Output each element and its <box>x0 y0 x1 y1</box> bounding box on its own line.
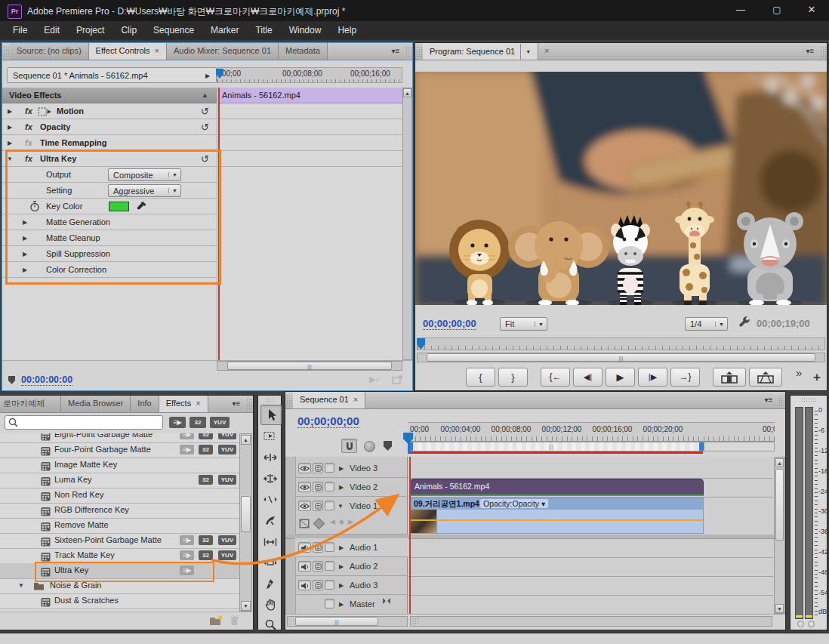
fit-dropdown[interactable]: Fit▼ <box>500 317 547 331</box>
group-row-spill-suppression[interactable]: ▶ Spill Suppression <box>2 246 217 262</box>
tab-program[interactable]: Program: Sequence 01 ▼ <box>423 43 538 60</box>
twirl-icon[interactable]: ▶ <box>339 479 344 495</box>
effect-row-time-remapping[interactable]: ▶ fx Time Remapping <box>2 135 217 151</box>
effect-item[interactable]: Non Red Key <box>0 488 252 504</box>
effect-item[interactable]: RGB Difference Key <box>0 503 252 519</box>
twirl-icon[interactable]: ▶ <box>339 559 344 575</box>
clip-animals-video2[interactable]: Animals - 56162.mp4 <box>410 479 704 496</box>
track-lock-toggle[interactable] <box>325 580 334 590</box>
slip-tool[interactable] <box>260 532 280 551</box>
sync-lock-button[interactable] <box>313 482 323 492</box>
menu-marker[interactable]: Marker <box>202 21 247 40</box>
twirl-icon[interactable]: ▶ <box>23 230 27 246</box>
scroll-up-icon[interactable]: ▲ <box>241 435 251 445</box>
panel-grip[interactable] <box>3 46 9 57</box>
toggle-track-output-button[interactable] <box>298 463 311 473</box>
scroll-up-icon[interactable]: ▲ <box>775 458 784 467</box>
effects-search-input[interactable] <box>5 415 163 430</box>
timeline-vscrollbar[interactable]: ▲ ▼ <box>774 457 785 614</box>
effect-item[interactable]: Dust & Scratches <box>0 593 252 609</box>
work-area-track[interactable]: ||| <box>408 442 775 451</box>
close-icon[interactable]: × <box>155 46 159 55</box>
tab-effect-controls[interactable]: Effect Controls× <box>89 43 167 60</box>
sync-lock-button[interactable] <box>313 580 323 590</box>
ec-current-timecode[interactable]: 00:00:00:00 <box>21 374 72 386</box>
selection-tool[interactable] <box>260 405 282 425</box>
solo-right-toggle[interactable] <box>808 621 815 627</box>
track-lock-toggle[interactable] <box>325 599 334 609</box>
video-effects-header[interactable]: Video Effects ▲ <box>2 88 217 103</box>
effect-row-opacity[interactable]: ▶ fx Opacity ↺ <box>2 119 217 135</box>
hscroll-thumb[interactable]: ||| <box>227 362 392 370</box>
close-icon[interactable]: × <box>353 395 358 404</box>
toggle-track-output-button[interactable] <box>298 580 311 590</box>
step-forward-button[interactable]: |▶ <box>638 368 667 387</box>
group-row-matte-cleanup[interactable]: ▶ Matte Cleanup <box>2 230 217 246</box>
program-ruler[interactable] <box>417 337 825 350</box>
menu-edit[interactable]: Edit <box>35 21 68 40</box>
panel-grip[interactable] <box>416 46 422 57</box>
yuv-filter-icon[interactable]: YUV <box>210 417 230 428</box>
sync-lock-button[interactable] <box>313 561 323 572</box>
effect-item-ultra-key[interactable]: Ultra Key ≡▶ <box>0 563 252 579</box>
menu-clip[interactable]: Clip <box>112 21 145 40</box>
vscroll-thumb[interactable] <box>775 469 784 541</box>
razor-tool[interactable] <box>260 511 280 530</box>
work-area-grip[interactable]: ||| <box>549 444 553 449</box>
effects-vscrollbar[interactable]: ▲ ▼ <box>239 433 252 612</box>
32bit-filter-icon[interactable]: 32 <box>190 417 206 428</box>
slide-tool[interactable] <box>260 553 280 572</box>
work-area-right-handle[interactable] <box>699 442 704 451</box>
tab-media-browser[interactable]: Media Browser <box>61 396 131 412</box>
hscroll-thumb[interactable]: ||| <box>427 353 815 362</box>
resolution-dropdown[interactable]: 1/4▼ <box>685 317 728 331</box>
track-lock-toggle[interactable] <box>325 501 334 510</box>
twirl-icon[interactable]: ▶ <box>339 596 344 612</box>
effect-row-ultra-key[interactable]: ▼ fx Ultra Key ↺ <box>2 151 217 167</box>
toggle-track-output-button[interactable] <box>298 501 311 511</box>
ec-show-timeline-toggle[interactable]: ▶ <box>205 68 210 84</box>
scroll-down-icon[interactable]: ▼ <box>775 604 784 613</box>
twirl-icon[interactable]: ▶ <box>23 262 27 278</box>
keyframe-add-icon[interactable]: ◆ <box>339 518 344 525</box>
sync-lock-button[interactable] <box>313 463 323 473</box>
tab-project[interactable]: 로마키예제 <box>0 396 61 412</box>
setting-dropdown[interactable]: Aggressive ▼ <box>108 184 181 197</box>
effect-item[interactable]: Image Matte Key <box>0 458 252 473</box>
opacity-rubber-band[interactable] <box>411 519 703 521</box>
tab-info[interactable]: Info <box>131 396 159 412</box>
zoom-tool[interactable] <box>260 615 280 634</box>
twirl-icon[interactable]: ▼ <box>337 498 344 514</box>
go-to-in-button[interactable]: {← <box>541 368 570 387</box>
next-keyframe-icon[interactable]: ▶ <box>348 518 353 525</box>
ec-clip-reference[interactable]: Sequence 01 * Animals - 56162.mp4 ▶ <box>7 67 217 83</box>
effect-item[interactable]: Luma Key 32 YUV <box>0 473 252 488</box>
rolling-edit-tool[interactable] <box>260 469 280 488</box>
effect-item[interactable]: Four-Point Garbage Matte ≡▶ 32 YUV <box>0 442 252 458</box>
set-display-style-icon[interactable] <box>299 519 310 528</box>
add-button-icon[interactable]: + <box>813 370 821 385</box>
ripple-edit-tool[interactable] <box>260 448 280 467</box>
clip-effect-badge[interactable]: Opacity:Opacity ▾ <box>480 499 548 508</box>
set-marker-button[interactable] <box>384 441 392 451</box>
twirl-icon[interactable]: ▼ <box>18 578 24 593</box>
toggle-track-output-button[interactable] <box>298 561 311 572</box>
reset-effect-icon[interactable]: ↺ <box>201 103 209 119</box>
effect-item[interactable]: Sixteen-Point Garbage Matte ≡▶ 32 YUV <box>0 533 252 549</box>
mark-in-button[interactable]: { <box>466 368 495 387</box>
extract-button[interactable] <box>749 368 782 387</box>
settings-wrench-icon[interactable] <box>738 316 751 329</box>
pen-tool[interactable] <box>260 575 280 593</box>
ec-ruler[interactable]: 00;00 00;00;08;00 00;00;16;00 <box>217 67 402 83</box>
panel-grip[interactable] <box>405 46 411 57</box>
tab-source[interactable]: Source: (no clips) <box>10 43 89 60</box>
key-color-swatch[interactable] <box>109 202 129 211</box>
export-frame-icon[interactable] <box>392 375 403 384</box>
toggle-track-output-button[interactable] <box>298 482 311 492</box>
effect-item[interactable]: Track Matte Key ≡▶ 32 YUV <box>0 548 252 564</box>
close-button[interactable]: ✕ <box>794 0 829 21</box>
panel-grip[interactable] <box>246 399 252 409</box>
work-area-bar[interactable]: ||| <box>408 442 704 451</box>
stopwatch-icon[interactable] <box>30 201 39 212</box>
minimize-button[interactable]: — <box>723 0 758 21</box>
